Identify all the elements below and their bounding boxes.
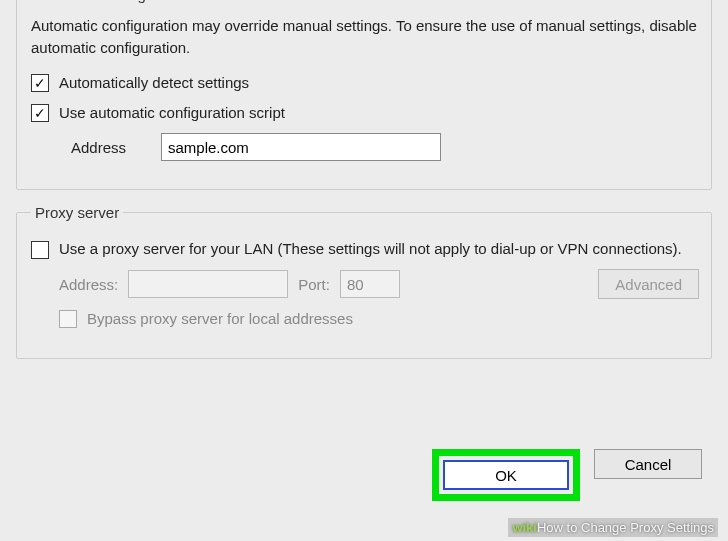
use-script-row[interactable]: ✓ Use automatic configuration script <box>31 103 699 123</box>
automatic-configuration-legend: Automatic configuration <box>31 0 196 3</box>
watermark-brand: wiki <box>512 520 537 535</box>
check-icon: ✓ <box>34 76 46 90</box>
auto-config-description: Automatic configuration may override man… <box>31 15 699 59</box>
auto-detect-row[interactable]: ✓ Automatically detect settings <box>31 73 699 93</box>
script-address-input[interactable] <box>161 133 441 161</box>
use-script-checkbox[interactable]: ✓ <box>31 104 49 122</box>
watermark: wikiHow to Change Proxy Settings <box>508 518 718 537</box>
cancel-button[interactable]: Cancel <box>594 449 702 479</box>
use-proxy-row[interactable]: Use a proxy server for your LAN (These s… <box>31 239 699 259</box>
ok-highlight: OK <box>432 449 580 501</box>
proxy-port-label: Port: <box>298 276 330 293</box>
bypass-label: Bypass proxy server for local addresses <box>87 309 353 329</box>
use-proxy-checkbox[interactable] <box>31 241 49 259</box>
script-address-label: Address <box>71 139 161 156</box>
advanced-button: Advanced <box>598 269 699 299</box>
automatic-configuration-group: Automatic configuration Automatic config… <box>16 0 712 190</box>
auto-detect-checkbox[interactable]: ✓ <box>31 74 49 92</box>
check-icon: ✓ <box>34 106 46 120</box>
dialog-button-bar: OK Cancel <box>432 441 722 513</box>
ok-button[interactable]: OK <box>443 460 569 490</box>
bypass-row: Bypass proxy server for local addresses <box>59 309 699 329</box>
use-script-label: Use automatic configuration script <box>59 103 285 123</box>
proxy-port-input <box>340 270 400 298</box>
proxy-server-group: Proxy server Use a proxy server for your… <box>16 204 712 359</box>
auto-detect-label: Automatically detect settings <box>59 73 249 93</box>
proxy-address-row: Address: Port: Advanced <box>59 269 699 299</box>
proxy-server-legend: Proxy server <box>31 204 123 221</box>
proxy-address-label: Address: <box>59 276 118 293</box>
bypass-checkbox <box>59 310 77 328</box>
proxy-address-input <box>128 270 288 298</box>
use-proxy-label: Use a proxy server for your LAN (These s… <box>59 239 682 259</box>
script-address-row: Address <box>71 133 699 161</box>
watermark-text: How to Change Proxy Settings <box>537 520 714 535</box>
